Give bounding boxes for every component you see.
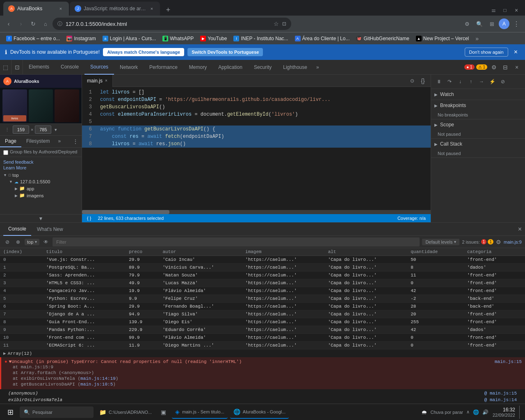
device-select-btn[interactable]: ▾ [53, 126, 59, 133]
back-button[interactable]: ‹ [3, 18, 14, 29]
tree-item-app[interactable]: ▶ 📁 app [0, 185, 82, 192]
console-close-btn[interactable]: × [518, 226, 522, 233]
call-stack-header[interactable]: ▶ Call Stack [431, 139, 525, 149]
tab-application[interactable]: Application [212, 60, 248, 75]
file-tree-more-btn[interactable]: » [55, 136, 64, 147]
main-js-link-top[interactable]: main.js:9 [504, 240, 522, 244]
bookmark-alura[interactable]: a Login | Alura - Curs... [100, 35, 159, 42]
bookmarks-more-btn[interactable]: » [472, 34, 482, 43]
devtools-dock-btn[interactable]: ⊟ [500, 62, 510, 72]
array-toggle-icon[interactable]: ▶ [3, 351, 6, 356]
tree-item-imagens[interactable]: ▶ 📁 imagens [0, 192, 82, 199]
address-bar[interactable]: ⓘ 127.0.0.1:5500/index.html ☆ ⊡ [52, 18, 291, 30]
default-levels-btn[interactable]: Default levels ▾ [422, 239, 459, 245]
tab-bar-close[interactable]: × [511, 5, 522, 16]
tab-console[interactable]: Console [55, 60, 84, 75]
tab-sources[interactable]: Sources [84, 60, 114, 75]
dont-show-again-button[interactable]: Don't show again [465, 48, 508, 57]
cs-link-1[interactable]: @ main.js:15 [484, 391, 517, 396]
taskbar-item-vscode[interactable]: ◈ main.js - Sem titulo... [172, 406, 228, 419]
bookmark-inep[interactable]: I INEP - Instituto Nac... [231, 35, 291, 42]
search-bar[interactable]: 🔍 Pesquisar [20, 406, 94, 418]
tree-item-domain[interactable]: ▼ ☁ 127.0.0.1:5500 [0, 178, 82, 185]
step-over-btn[interactable]: ↷ [445, 77, 454, 86]
file-tree-settings-btn[interactable]: ⋮ [69, 136, 82, 147]
home-button[interactable]: ⌂ [40, 18, 51, 29]
status-format-btn[interactable]: { } [87, 216, 91, 221]
address-cast-icon[interactable]: ⊡ [282, 21, 286, 27]
console-clear-btn[interactable]: ⊘ [3, 238, 11, 246]
error-link-10[interactable]: main.js:10:5 [80, 382, 113, 387]
watch-section-header[interactable]: ▶ Watch [431, 89, 525, 100]
step-btn[interactable]: → [477, 77, 486, 86]
chrome-menu-btn[interactable]: ⋮ [511, 18, 522, 29]
height-input[interactable] [35, 126, 51, 134]
more-tabs-btn[interactable]: » [313, 60, 322, 75]
tab-security[interactable]: Security [248, 60, 277, 75]
code-horizontal-scroll[interactable] [82, 210, 431, 214]
bookmark-areado[interactable]: A Área do Cliente | Lo... [292, 35, 353, 42]
pretty-print-btn[interactable]: {} [418, 76, 427, 85]
forward-button[interactable]: › [16, 18, 26, 29]
deactivate-btn[interactable]: ⚡ [488, 77, 497, 86]
device-toolbar-btn[interactable]: ⊡ [11, 60, 23, 75]
match-language-button[interactable]: Always match Chrome's language [103, 48, 184, 56]
bookmark-instagram[interactable]: 📷 Instagram [64, 35, 98, 42]
bookmark-facebook[interactable]: f Facebook – entre o... [3, 35, 63, 42]
step-out-btn[interactable]: ↑ [466, 77, 475, 86]
responsive-menu-btn[interactable]: ⋮ [3, 126, 11, 133]
step-into-btn[interactable]: ↓ [456, 77, 465, 86]
tab-alurabooks[interactable]: A AluraBooks × [3, 2, 69, 16]
new-tab-button[interactable]: + [162, 4, 174, 16]
group-by-checkbox[interactable] [3, 150, 8, 155]
error-main-js-link[interactable]: main.js:15 [495, 359, 522, 364]
bookmark-vercel[interactable]: ▲ New Project – Vercel [413, 35, 472, 42]
file-tree-tab-filesystem[interactable]: Filesystem [21, 136, 55, 147]
console-filter-input[interactable] [52, 237, 420, 247]
file-tree-tab-page[interactable]: Page [0, 136, 21, 147]
bookmark-youtube[interactable]: ▶ YouTube [197, 35, 230, 42]
switch-devtools-button[interactable]: Switch DevTools to Portuguese [187, 48, 263, 56]
inspect-mode-btn[interactable]: ⬚ [0, 60, 11, 75]
tab-elements[interactable]: Elements [23, 60, 55, 75]
tab-bar-restore[interactable]: □ [500, 5, 510, 16]
format-btn[interactable]: ⊙ [408, 76, 417, 85]
search-labs-btn[interactable]: 🔍 [474, 18, 485, 29]
show-desktop-btn[interactable] [519, 406, 522, 419]
tab-lighthouse[interactable]: Lighthouse [277, 60, 313, 75]
taskbar-item-browser[interactable]: 🌐 AluraBooks - Googl... [230, 406, 289, 419]
profile-avatar[interactable]: A [499, 18, 509, 29]
bookmark-btn[interactable]: ⊞ [486, 18, 497, 29]
up-arrow-icon[interactable]: ∧ [466, 409, 470, 415]
scope-section-header[interactable]: ▶ Scope [431, 119, 525, 130]
pause-btn[interactable]: ⏸ [434, 77, 443, 86]
learn-more-link[interactable]: Learn More [3, 165, 78, 170]
extensions-btn[interactable]: ⚙ [462, 18, 472, 29]
tab-close-alurabooks[interactable]: × [57, 5, 64, 12]
tab-bar-minimize[interactable]: ⚌ [488, 5, 499, 16]
taskbar-item-explorer[interactable]: 📁 C:\Users\ADRIANO... [96, 406, 155, 419]
cs-link-2[interactable]: @ main.js:14 [484, 397, 517, 402]
tab-network[interactable]: Network [114, 60, 144, 75]
tab-devtools[interactable]: J JavaScript: métodos de array: Au... × [70, 2, 160, 16]
devtools-settings-btn[interactable]: ⚙ [489, 62, 499, 72]
error-link-14[interactable]: main.js:14:19 [80, 376, 116, 381]
tab-close-devtools[interactable]: × [148, 5, 155, 12]
file-tree-scroll-down[interactable]: ▼ [0, 214, 82, 222]
devtools-close-btn[interactable]: × [512, 62, 522, 72]
console-settings-btn[interactable]: ⚙ [496, 239, 501, 245]
send-feedback-link[interactable]: Send feedback [3, 160, 78, 164]
address-star-icon[interactable]: ☆ [274, 21, 279, 27]
console-tab-whatsnew[interactable]: What's New [32, 223, 68, 236]
console-tab-console[interactable]: Console [3, 223, 31, 236]
disable-breakpoints-btn[interactable]: ⊘ [498, 77, 507, 86]
width-input[interactable] [13, 126, 29, 134]
top-frame-selector[interactable]: top ▾ [25, 239, 39, 245]
breakpoints-section-header[interactable]: ▶ Breakpoints [431, 100, 525, 111]
taskbar-item-terminal[interactable]: ▣ [158, 406, 169, 419]
eye-btn[interactable]: 👁 [42, 238, 50, 246]
bookmark-github[interactable]: 🐙 GitHubGenericName [353, 35, 412, 42]
start-button[interactable]: ⊞ [3, 405, 17, 419]
time-date-display[interactable]: 16:32 22/09/2022 [491, 407, 517, 418]
notification-close-button[interactable]: × [511, 48, 520, 57]
